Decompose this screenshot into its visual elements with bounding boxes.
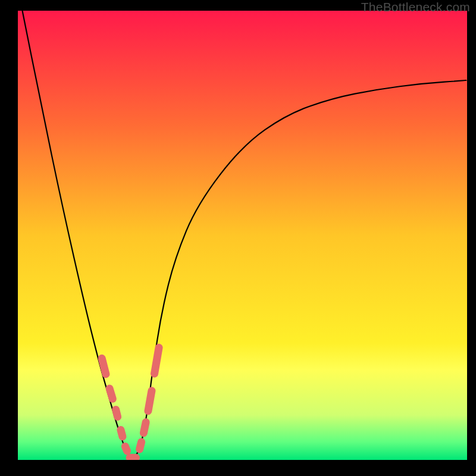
marker-pill — [102, 358, 106, 374]
marker-pill — [155, 347, 159, 374]
marker-pill — [109, 389, 112, 399]
marker-pill — [116, 409, 118, 416]
bottleneck-chart — [18, 11, 467, 460]
gradient-background — [18, 11, 467, 460]
marker-pill — [125, 446, 127, 451]
marker-pill — [148, 391, 152, 411]
chart-frame — [18, 11, 467, 460]
marker-pill — [121, 430, 123, 436]
watermark-text: TheBottleneck.com — [361, 0, 470, 14]
marker-pill — [140, 442, 142, 449]
marker-pill — [143, 422, 146, 433]
